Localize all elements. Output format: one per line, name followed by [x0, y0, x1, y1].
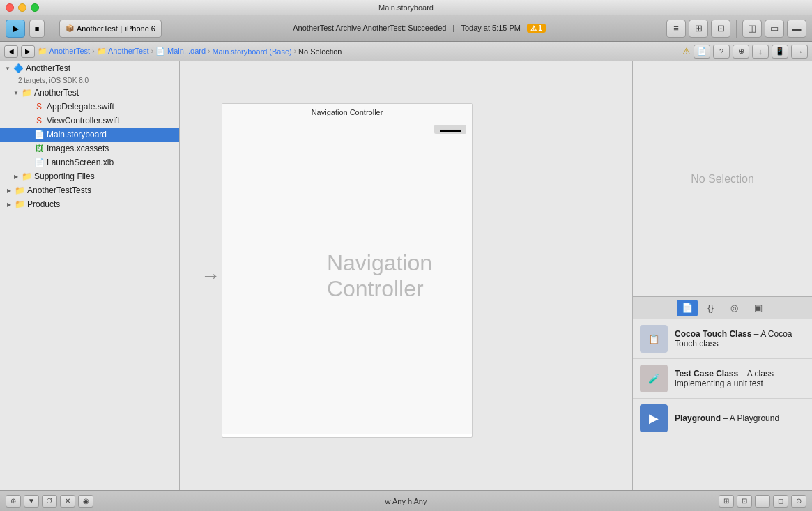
group-label: AnotherTest [34, 88, 79, 98]
record-button[interactable]: ◉ [78, 495, 93, 508]
forward-button[interactable]: ▶ [21, 45, 35, 58]
forward-nav-button[interactable]: → [791, 45, 808, 59]
scene-header: Navigation Controller [222, 104, 472, 121]
library-item-test-case-class[interactable]: 🧪 Test Case Class – A class implementing… [633, 359, 812, 399]
main-layout: 🔷 AnotherTest 2 targets, iOS SDK 8.0 📁 A… [0, 61, 812, 490]
inspector-area: No Selection [633, 61, 812, 297]
nav-bar-indicator: ▬▬▬ [434, 125, 466, 134]
lib-title: Playground – A Playground [675, 413, 805, 423]
breadcrumb-item-1[interactable]: 📁 AnotherTest [38, 47, 90, 56]
library-item-cocoa-touch-class[interactable]: 📋 Cocoa Touch Class – A Cocoa Touch clas… [633, 319, 812, 359]
lib-title: Test Case Class – A class implementing a… [675, 369, 805, 388]
sidebar-item-anothertest-root[interactable]: 🔷 AnotherTest [0, 61, 179, 75]
targets-meta-label: 2 targets, iOS SDK 8.0 [18, 77, 89, 84]
group-label: AnotherTestTests [27, 185, 91, 195]
breadcrumb-sep-3: › [208, 47, 210, 55]
project-icon: 🔷 [13, 63, 24, 74]
debug-toggle[interactable]: ▭ [765, 20, 784, 38]
playground-text: Playground – A Playground [675, 413, 805, 423]
file-label: Main.storyboard [47, 130, 107, 139]
stop-button[interactable]: ■ [29, 20, 45, 38]
new-file-button[interactable]: 📄 [694, 45, 710, 59]
breadcrumb-item-2[interactable]: 📁 AnotherTest [97, 47, 149, 56]
size-class-label: w Any h Any [385, 497, 427, 505]
no-arrow [24, 102, 33, 112]
folder-icon: 📁 [14, 199, 25, 210]
square-button[interactable]: ◻ [773, 495, 788, 508]
storyboard-editor[interactable]: → Navigation Controller ▬▬▬ Navigation C… [180, 61, 632, 490]
play-button[interactable]: ▶ [6, 20, 25, 38]
breadcrumb-item-4[interactable]: Main.storyboard (Base) [212, 47, 291, 56]
media-tab[interactable]: ▣ [748, 300, 769, 316]
sidebar-item-appdelegate[interactable]: S AppDelegate.swift [0, 100, 179, 114]
separator-1 [52, 20, 52, 38]
help-button[interactable]: ? [713, 45, 730, 59]
no-arrow [24, 144, 33, 153]
bottom-left-controls: ⊕ ▼ ⏱ ✕ ◉ [6, 495, 93, 508]
library-item-playground[interactable]: ▶ Playground – A Playground [633, 399, 812, 438]
bottom-center-text: w Any h Any [98, 497, 714, 505]
lib-title: Cocoa Touch Class – A Cocoa Touch class [675, 329, 805, 349]
canvas: → Navigation Controller ▬▬▬ Navigation C… [180, 61, 632, 490]
sidebar-item-launchscreen[interactable]: 📄 LaunchScreen.xib [0, 155, 179, 169]
navigator-toggle[interactable]: ◫ [742, 20, 762, 38]
editor-version-button[interactable]: ⊡ [711, 20, 730, 38]
jump-button[interactable]: ⊕ [733, 45, 749, 59]
sidebar-item-anothertest-tests[interactable]: 📁 AnotherTestTests [0, 183, 179, 197]
no-arrow [24, 130, 33, 139]
chevron-down-icon [11, 88, 21, 98]
panel-button[interactable]: ⊣ [755, 495, 770, 508]
no-arrow [24, 158, 33, 167]
products-label: Products [27, 199, 60, 209]
test-case-class-text: Test Case Class – A class implementing a… [675, 369, 805, 388]
add-button[interactable]: ⊕ [6, 495, 21, 508]
test-case-class-icon: 🧪 [640, 365, 668, 392]
scheme-name: AnotherTest [77, 24, 118, 33]
warning-icon[interactable]: ⚠ [682, 46, 691, 56]
sidebar-item-main-storyboard[interactable]: 📄 Main.storyboard [0, 128, 179, 142]
chevron-right-icon [4, 199, 14, 209]
minimize-button[interactable] [18, 3, 26, 12]
file-label: LaunchScreen.xib [47, 158, 114, 167]
device-button[interactable]: 📱 [772, 45, 788, 59]
sidebar-item-supporting-files[interactable]: 📁 Supporting Files [0, 169, 179, 183]
utilities-toggle[interactable]: ▬ [787, 20, 806, 38]
sidebar-item-products[interactable]: 📁 Products [0, 197, 179, 211]
close-button[interactable]: ✕ [60, 495, 75, 508]
download-button[interactable]: ↓ [752, 45, 769, 59]
sidebar-item-images[interactable]: 🖼 Images.xcassets [0, 142, 179, 155]
filter-button[interactable]: ▼ [24, 495, 39, 508]
circle-button[interactable]: ⊙ [791, 495, 806, 508]
editor-standard-button[interactable]: ≡ [666, 20, 686, 38]
storyboard-file-icon: 📄 [33, 129, 45, 140]
object-tab[interactable]: ◎ [724, 300, 745, 316]
sidebar-item-viewcontroller[interactable]: S ViewController.swift [0, 114, 179, 128]
chevron-right-icon [4, 185, 14, 195]
maximize-button[interactable] [31, 3, 39, 12]
warning-badge[interactable]: ⚠ 1 [527, 24, 546, 33]
folder-label: Supporting Files [34, 171, 95, 181]
navigation-controller-scene[interactable]: Navigation Controller ▬▬▬ [222, 103, 473, 438]
editor-assistant-button[interactable]: ⊞ [689, 20, 708, 38]
stop-icon: ■ [35, 24, 40, 33]
cocoa-touch-class-icon: 📋 [640, 325, 668, 353]
breadcrumb-item-3[interactable]: 📄 Main...oard [155, 47, 206, 56]
breadcrumb: 📁 AnotherTest › 📁 AnotherTest › 📄 Main..… [38, 47, 342, 56]
zoom-button[interactable]: ⊡ [737, 495, 752, 508]
library-list: 📋 Cocoa Touch Class – A Cocoa Touch clas… [633, 319, 812, 490]
code-snippet-tab[interactable]: {} [700, 300, 721, 316]
file-template-tab[interactable]: 📄 [677, 300, 698, 316]
folder-icon: 📁 [14, 185, 25, 196]
scene-body [222, 121, 472, 434]
sidebar-item-anothertest-group[interactable]: 📁 AnotherTest [0, 86, 179, 100]
window-title: Main.storyboard [378, 3, 434, 12]
back-button[interactable]: ◀ [4, 45, 18, 58]
scheme-selector[interactable]: 📦 AnotherTest | iPhone 6 [59, 20, 162, 38]
history-button[interactable]: ⏱ [42, 495, 57, 508]
separator: | [121, 24, 123, 33]
separator-2 [169, 20, 169, 38]
scene-title: Navigation Controller [312, 108, 383, 116]
grid-button[interactable]: ⊞ [719, 495, 734, 508]
close-button[interactable] [6, 3, 14, 12]
breadcrumb-current: No Selection [298, 47, 342, 56]
